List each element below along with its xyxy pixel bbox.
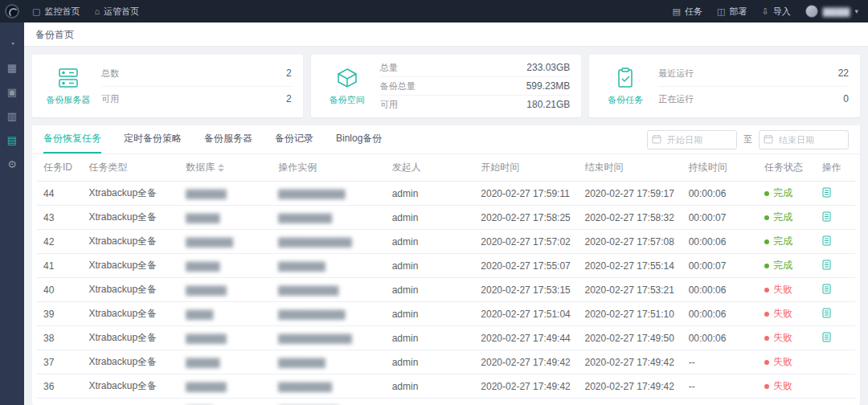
tab-4[interactable]: Binlog备份 bbox=[336, 125, 382, 153]
backup-task-icon bbox=[613, 67, 637, 92]
view-log-button[interactable] bbox=[822, 260, 831, 270]
backup-space-icon bbox=[335, 67, 359, 92]
stat-row: 总量 233.03GB bbox=[380, 59, 571, 77]
status-text: 失败 bbox=[773, 308, 792, 319]
column-label: 发起人 bbox=[392, 162, 421, 173]
table-row: 36Xtrabackup全备▇▇▇▇▇▇▇▇▇▇▇▇▇▇admin2020-02… bbox=[37, 374, 855, 399]
cell-user: admin bbox=[386, 206, 475, 230]
cell-instance: ▇▇▇▇▇▇▇ bbox=[272, 350, 385, 374]
topnav-action-1[interactable]: ◫部署 bbox=[717, 6, 747, 18]
table-row: 37Xtrabackup全备▇▇▇▇▇▇▇▇▇▇▇▇admin2020-02-2… bbox=[37, 350, 855, 374]
cell-database: ▇▇▇▇▇▇ bbox=[179, 278, 272, 302]
cell-user: admin bbox=[386, 326, 475, 350]
column-label: 任务ID bbox=[43, 162, 72, 173]
task-table-wrap: 任务ID任务类型数据库操作实例发起人开始时间结束时间持续时间任务状态操作 44X… bbox=[32, 154, 860, 405]
status-text: 失败 bbox=[773, 284, 792, 295]
sidebar-item-settings[interactable]: ⚙ bbox=[0, 154, 24, 174]
column-header: 开始时间 bbox=[474, 154, 578, 182]
stat-value: 2 bbox=[286, 68, 292, 79]
date-range-separator: 至 bbox=[743, 133, 752, 145]
cell-task-id: 37 bbox=[37, 350, 82, 374]
instances-icon: ▣ bbox=[7, 86, 17, 98]
topnav-action-0[interactable]: ▤任务 bbox=[673, 6, 702, 18]
cell-database: ▇▇▇▇▇ bbox=[179, 350, 272, 374]
cell-database: ▇▇▇▇▇▇ bbox=[179, 326, 272, 350]
cell-duration: 00:00:07 bbox=[682, 206, 758, 230]
cell-start-time: 2020-02-27 17:53:15 bbox=[474, 278, 578, 302]
view-log-button[interactable] bbox=[822, 187, 831, 198]
sidebar-item-instances[interactable]: ▣ bbox=[0, 82, 24, 101]
sidebar-menu: ◔▦▣▥▤⚙ bbox=[0, 22, 24, 174]
cell-actions bbox=[816, 374, 855, 399]
cell-task-type: Xtrabackup全备 bbox=[82, 399, 179, 405]
backup-panel: 备份恢复任务定时备份策略备份服务器备份记录Binlog备份 至 bbox=[32, 125, 860, 405]
cell-status: 失败 bbox=[758, 350, 816, 374]
status-text: 失败 bbox=[773, 380, 792, 391]
tasks-icon: ▤ bbox=[673, 6, 681, 17]
topbar-right-nav: ▤任务◫部署⇩导入 ▇▇▇▇ ▾ bbox=[673, 5, 858, 18]
cell-task-id: 44 bbox=[37, 182, 82, 206]
view-log-button[interactable] bbox=[822, 284, 831, 294]
cell-instance: ▇▇▇▇▇▇▇▇▇▇▇ bbox=[272, 230, 385, 254]
tab-0[interactable]: 备份恢复任务 bbox=[43, 125, 101, 153]
status-dot bbox=[764, 239, 769, 244]
cell-instance: ▇▇▇▇▇▇▇▇▇▇▇ bbox=[272, 326, 385, 350]
topnav-label: 监控首页 bbox=[44, 6, 80, 18]
cell-task-id: 40 bbox=[37, 278, 82, 302]
stat-row: 可用 2 bbox=[101, 87, 292, 112]
view-log-button[interactable] bbox=[822, 308, 831, 318]
view-log-button[interactable] bbox=[822, 211, 831, 222]
stat-value: 599.23MB bbox=[526, 80, 571, 92]
cell-task-type: Xtrabackup全备 bbox=[82, 182, 179, 206]
tab-bar: 备份恢复任务定时备份策略备份服务器备份记录Binlog备份 bbox=[43, 125, 382, 153]
sidebar-item-backup[interactable]: ▤ bbox=[0, 130, 24, 149]
sort-icon[interactable] bbox=[218, 164, 224, 172]
cell-task-type: Xtrabackup全备 bbox=[82, 374, 179, 399]
tab-3[interactable]: 备份记录 bbox=[275, 125, 313, 153]
status-dot bbox=[764, 288, 769, 292]
sidebar: ◔▦▣▥▤⚙ bbox=[0, 0, 24, 405]
cell-user: admin bbox=[386, 350, 475, 374]
stat-label: 总量 bbox=[380, 62, 398, 74]
tab-2[interactable]: 备份服务器 bbox=[204, 125, 252, 153]
sidebar-item-monitor[interactable]: ▥ bbox=[0, 106, 24, 125]
backup-server-icon bbox=[56, 67, 80, 92]
sidebar-item-dashboard[interactable]: ◔ bbox=[0, 34, 24, 53]
column-header: 持续时间 bbox=[682, 154, 758, 182]
status-text: 失败 bbox=[773, 356, 792, 367]
topnav-item-0[interactable]: ▢监控首页 bbox=[32, 6, 80, 18]
cell-duration: -- bbox=[682, 399, 758, 405]
card-rows: 总量 233.03GB 备份总量 599.23MB 可用 180.21GB bbox=[380, 59, 571, 113]
card-rows: 总数 2 可用 2 bbox=[101, 61, 292, 112]
cell-status: 失败 bbox=[758, 399, 816, 405]
main-column: ▢监控首页⌂运管首页 ▤任务◫部署⇩导入 ▇▇▇▇ ▾ 备份首页 bbox=[24, 0, 868, 405]
sidebar-item-apps[interactable]: ▦ bbox=[0, 58, 24, 77]
column-header[interactable]: 数据库 bbox=[179, 154, 272, 182]
app-logo[interactable] bbox=[0, 0, 24, 22]
user-menu[interactable]: ▇▇▇▇ ▾ bbox=[805, 5, 858, 18]
cell-task-type: Xtrabackup全备 bbox=[82, 350, 179, 374]
tabs-row: 备份恢复任务定时备份策略备份服务器备份记录Binlog备份 至 bbox=[32, 125, 860, 154]
topnav-item-1[interactable]: ⌂运管首页 bbox=[94, 6, 139, 18]
date-filter: 至 bbox=[647, 130, 849, 149]
card-backup-space: 备份空间 总量 233.03GB 备份总量 599.23MB 可用 180.21… bbox=[311, 55, 582, 117]
tab-1[interactable]: 定时备份策略 bbox=[124, 125, 182, 153]
cell-database: ▇▇▇▇▇▇▇ bbox=[179, 230, 272, 254]
view-log-button[interactable] bbox=[822, 235, 831, 246]
cell-start-time: 2020-02-27 17:51:04 bbox=[474, 302, 578, 326]
topnav-action-2[interactable]: ⇩导入 bbox=[761, 6, 790, 18]
stat-label: 最近运行 bbox=[658, 68, 694, 80]
view-log-button[interactable] bbox=[822, 332, 831, 342]
calendar-icon bbox=[764, 134, 773, 144]
cell-duration: -- bbox=[682, 350, 758, 374]
table-row: 35Xtrabackup全备▇▇▇▇▇▇▇▇▇▇▇▇▇admin2020-02-… bbox=[37, 399, 855, 405]
cell-instance: ▇▇▇▇▇▇▇▇▇▇ bbox=[272, 182, 385, 206]
cell-instance: ▇▇▇▇▇▇▇ bbox=[272, 254, 385, 278]
user-avatar bbox=[805, 5, 818, 18]
cell-status: 完成 bbox=[758, 206, 816, 230]
stat-row: 备份总量 599.23MB bbox=[380, 77, 571, 96]
cell-duration: 00:00:06 bbox=[682, 302, 758, 326]
cell-user: admin bbox=[386, 278, 475, 302]
column-label: 持续时间 bbox=[689, 162, 727, 173]
stat-label: 总数 bbox=[101, 68, 119, 80]
